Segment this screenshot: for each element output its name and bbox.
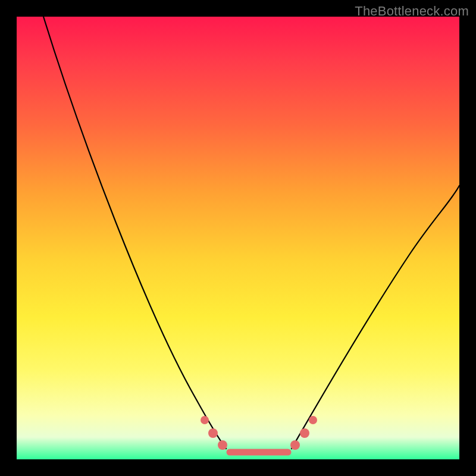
curve-svg (17, 17, 459, 459)
marker-left-1 (201, 416, 209, 424)
marker-right-2 (300, 428, 309, 438)
marker-left-3 (218, 440, 227, 450)
curve-right-branch (292, 186, 459, 449)
marker-right-1 (290, 440, 300, 450)
marker-left-2 (208, 428, 218, 438)
curve-left-branch (43, 17, 226, 449)
watermark-text: TheBottleneck.com (355, 4, 469, 19)
marker-right-3 (309, 416, 317, 424)
chart-area (17, 17, 459, 459)
